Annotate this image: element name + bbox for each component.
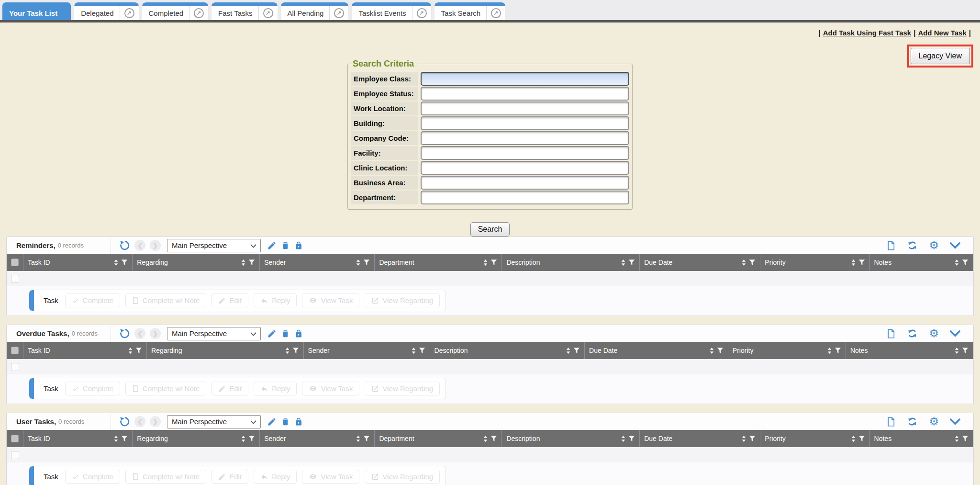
prev-page-icon[interactable]: ❮ [134, 240, 145, 251]
edit-button[interactable]: Edit [212, 470, 248, 484]
column-header-sender[interactable]: Sender [260, 430, 375, 447]
sort-icon[interactable] [954, 347, 960, 354]
edit-perspective-icon[interactable] [267, 417, 277, 427]
row-checkbox[interactable] [11, 363, 19, 371]
filter-icon[interactable] [363, 435, 370, 442]
filter-icon[interactable] [248, 259, 255, 266]
export-document-icon[interactable] [886, 240, 896, 251]
filter-icon[interactable] [363, 259, 370, 266]
column-header-priority[interactable]: Priority [760, 254, 869, 271]
complete-w-note-button[interactable]: Complete w/ Note [125, 293, 206, 307]
search-button[interactable]: Search [470, 222, 510, 237]
collapse-chevron-icon[interactable] [950, 330, 960, 337]
column-header-sender[interactable]: Sender [260, 254, 375, 271]
lock-perspective-icon[interactable] [294, 329, 303, 338]
edit-perspective-icon[interactable] [267, 241, 277, 250]
select-all-checkbox[interactable] [11, 259, 19, 266]
tab-popout[interactable]: ↗ [189, 6, 208, 20]
add-task-fast-task-link[interactable]: Add Task Using Fast Task [823, 29, 912, 37]
column-header-due-date[interactable]: Due Date [640, 430, 760, 447]
select-all-checkbox[interactable] [11, 347, 19, 354]
export-document-icon[interactable] [886, 328, 896, 339]
sort-icon[interactable] [113, 435, 119, 442]
delete-perspective-icon[interactable] [281, 417, 290, 427]
undo-icon[interactable] [119, 328, 130, 339]
filter-icon[interactable] [573, 347, 580, 354]
filter-icon[interactable] [717, 347, 724, 354]
department-input[interactable] [421, 191, 629, 204]
tab-popout[interactable]: ↗ [486, 6, 505, 20]
employee-status-input[interactable] [421, 87, 629, 101]
edit-button[interactable]: Edit [212, 382, 248, 395]
column-header-notes[interactable]: Notes [870, 254, 973, 271]
filter-icon[interactable] [121, 259, 128, 266]
filter-icon[interactable] [135, 347, 142, 354]
sort-icon[interactable] [355, 435, 361, 442]
tab-task-search[interactable]: Task Search↗ [434, 2, 506, 20]
lock-perspective-icon[interactable] [294, 241, 303, 250]
select-all-checkbox[interactable] [11, 435, 19, 442]
collapse-chevron-icon[interactable] [950, 242, 960, 249]
sort-icon[interactable] [741, 435, 747, 442]
column-header-task-id[interactable]: Task ID [23, 342, 147, 359]
delete-perspective-icon[interactable] [281, 241, 290, 250]
filter-icon[interactable] [858, 435, 865, 442]
perspective-select[interactable]: Main Perspective [167, 415, 261, 429]
export-document-icon[interactable] [886, 417, 896, 427]
complete-button[interactable]: Complete [65, 382, 120, 395]
settings-gear-icon[interactable]: ⚙ [929, 416, 939, 427]
tab-tasklist-events[interactable]: Tasklist Events↗ [352, 2, 431, 20]
complete-button[interactable]: Complete [65, 470, 120, 484]
row-checkbox[interactable] [11, 451, 19, 459]
sort-icon[interactable] [355, 259, 361, 266]
filter-icon[interactable] [248, 435, 255, 442]
column-header-regarding[interactable]: Regarding [133, 254, 260, 271]
sort-icon[interactable] [850, 259, 857, 266]
column-header-description[interactable]: Description [502, 430, 640, 447]
filter-icon[interactable] [858, 259, 865, 266]
tab-your-task-list[interactable]: Your Task List [2, 2, 71, 20]
prev-page-icon[interactable]: ❮ [134, 328, 145, 339]
settings-gear-icon[interactable]: ⚙ [929, 328, 939, 339]
sort-icon[interactable] [954, 259, 960, 266]
column-header-task-id[interactable]: Task ID [23, 254, 133, 271]
edit-button[interactable]: Edit [212, 293, 248, 307]
column-header-regarding[interactable]: Regarding [133, 430, 260, 447]
column-header-regarding[interactable]: Regarding [147, 342, 304, 359]
edit-perspective-icon[interactable] [267, 329, 277, 338]
tab-popout[interactable]: ↗ [120, 6, 139, 20]
sort-icon[interactable] [127, 347, 134, 354]
column-header-description[interactable]: Description [430, 342, 585, 359]
lock-perspective-icon[interactable] [294, 417, 303, 427]
filter-icon[interactable] [628, 259, 635, 266]
view-task-button[interactable]: View Task [302, 470, 359, 484]
view-task-button[interactable]: View Task [302, 382, 359, 395]
sort-icon[interactable] [850, 435, 857, 442]
sort-icon[interactable] [620, 435, 626, 442]
column-header-description[interactable]: Description [502, 254, 640, 271]
sort-icon[interactable] [240, 259, 246, 266]
sort-icon[interactable] [826, 347, 833, 354]
column-header-department[interactable]: Department [375, 430, 502, 447]
clinic-location-input[interactable] [421, 161, 629, 175]
view-regarding-button[interactable]: View Regarding [365, 382, 440, 395]
filter-icon[interactable] [121, 435, 128, 442]
tab-all-pending[interactable]: All Pending↗ [281, 2, 349, 20]
view-task-button[interactable]: View Task [302, 293, 359, 307]
tab-delegated[interactable]: Delegated↗ [74, 2, 138, 20]
facility-input[interactable] [421, 146, 629, 160]
filter-icon[interactable] [419, 347, 425, 354]
view-regarding-button[interactable]: View Regarding [365, 470, 440, 484]
business-area-input[interactable] [421, 176, 629, 190]
filter-icon[interactable] [962, 347, 969, 354]
tab-completed[interactable]: Completed↗ [142, 2, 209, 20]
sort-icon[interactable] [284, 347, 290, 354]
undo-icon[interactable] [119, 240, 130, 251]
legacy-view-button[interactable]: Legacy View [911, 48, 970, 64]
sort-icon[interactable] [240, 435, 246, 442]
tab-popout[interactable]: ↗ [258, 6, 278, 20]
filter-icon[interactable] [962, 435, 969, 442]
sort-icon[interactable] [709, 347, 715, 354]
prev-page-icon[interactable]: ❮ [134, 416, 145, 427]
tab-fast-tasks[interactable]: Fast Tasks↗ [212, 2, 277, 20]
